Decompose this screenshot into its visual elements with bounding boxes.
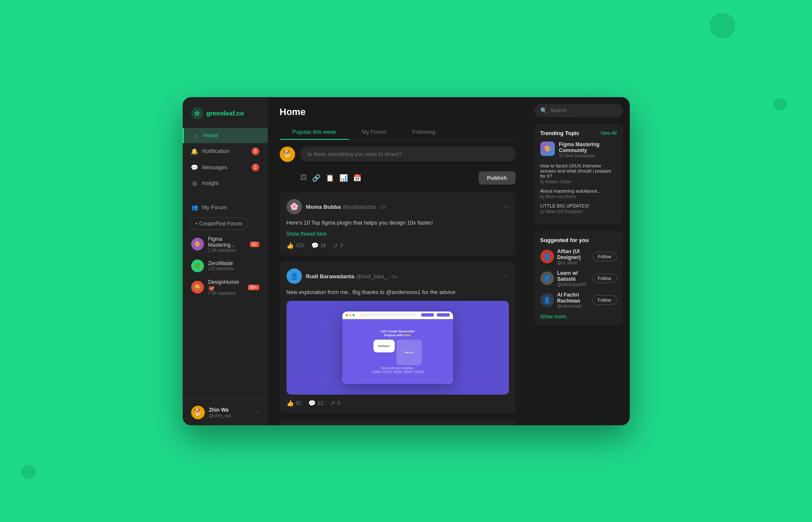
suggested-user-name: Al Fachri Rachman xyxy=(557,292,589,304)
suggested-user-item: 👤 Alfian (UI Designer) @ui_alfian Follow xyxy=(540,248,617,265)
comment-count: 12 xyxy=(318,400,323,406)
tabs-container: Popular this week My Forum Following xyxy=(280,124,516,140)
figma-forum-badge: 62 xyxy=(250,242,259,247)
publish-button[interactable]: Publish xyxy=(479,171,516,185)
calendar-icon[interactable]: 📅 xyxy=(353,174,362,182)
share-count: 0 xyxy=(337,400,340,406)
zerowaste-forum-avatar: 🌿 xyxy=(191,260,204,272)
tab-following[interactable]: Following xyxy=(399,124,448,139)
sidebar-item-home[interactable]: ⌂ Home xyxy=(183,128,268,143)
forum-item-designhumor[interactable]: 😂 DesignHumor 🐙 7.5K members 99+ xyxy=(183,276,268,299)
trending-sub-author: by Ardeko Statio xyxy=(540,179,617,184)
suggested-user-handle: @satozuppa90 xyxy=(557,282,589,287)
trending-sub-item[interactable]: About mastering autolayout.. by Bimo von… xyxy=(540,188,617,199)
follow-button[interactable]: Follow xyxy=(592,274,617,283)
designhumor-forum-members: 7.5K members xyxy=(208,291,244,296)
sidebar-messages-label: Messages xyxy=(202,164,227,170)
sidebar-navigation: ⌂ Home 🔔 Notification 8 💬 Messages 2 ◎ I… xyxy=(183,128,268,399)
forum-item-zerowaste[interactable]: 🌿 ZeroWaste 122 members xyxy=(183,256,268,276)
post-card: 🌸 Moma Bubba @bubbabubba · 15 minutes ⋯ … xyxy=(280,419,516,425)
like-count: 92 xyxy=(296,400,301,406)
page-title: Home xyxy=(280,107,516,118)
designhumor-forum-badge: 99+ xyxy=(248,285,259,290)
post-menu-button[interactable]: ⋯ xyxy=(501,202,509,211)
feed-area: 🐕 🖼 🔗 📋 📊 📅 Publish 🌸 Moma Bubb xyxy=(268,140,528,425)
search-input[interactable] xyxy=(551,107,617,113)
trending-sub-title: How to faced UI/UX interview session and… xyxy=(540,163,617,179)
zerowaste-forum-name: ZeroWaste xyxy=(208,260,259,266)
like-icon: 👍 xyxy=(287,400,294,407)
post-actions: 👍 420 💬 18 ↗ 0 xyxy=(287,242,509,249)
share-button[interactable]: ↗ 0 xyxy=(333,242,343,249)
chart-icon[interactable]: 📊 xyxy=(339,174,348,182)
create-forum-label: + Create/Find Forum xyxy=(195,221,242,227)
composer-input[interactable] xyxy=(300,147,516,162)
user-avatar: 🐕 xyxy=(191,406,205,419)
suggested-title: Suggested for you xyxy=(540,237,589,243)
post-card: 👤 Rudi Barawadanta @budi_bara_ · 2w ⋯ Ne… xyxy=(280,262,516,413)
forum-item-figma[interactable]: 🎨 Figma Mastering... 2.3K members 62 xyxy=(183,233,268,256)
comment-button[interactable]: 💬 18 xyxy=(311,242,326,249)
file-icon[interactable]: 📋 xyxy=(326,174,334,182)
mock-content: Let's Create SuccessfulProjects with Kab… xyxy=(342,319,453,384)
designhumor-forum-name: DesignHumor 🐙 xyxy=(208,279,244,291)
share-button[interactable]: ↗ 0 xyxy=(330,400,340,407)
follow-button[interactable]: Follow xyxy=(592,252,617,261)
trending-sub-title: About mastering autolayout.. xyxy=(540,188,617,193)
suggested-user-handle: @ui_alfian xyxy=(557,260,589,265)
messages-badge: 2 xyxy=(252,164,259,171)
zerowaste-forum-info: ZeroWaste 122 members xyxy=(208,260,259,271)
main-content: Home Popular this week My Forum Followin… xyxy=(268,97,528,425)
logo-text: greenleaf.co xyxy=(207,110,244,117)
trending-community-info: Figma Mastering Community 13 New Discuss… xyxy=(559,141,617,158)
show-thread-link[interactable]: Show thread here xyxy=(287,231,509,237)
like-button[interactable]: 👍 420 xyxy=(287,242,304,249)
right-sidebar: 🔍 Trending Topic View All 🎨 Figma Master… xyxy=(528,97,630,425)
notification-icon: 🔔 xyxy=(191,148,198,155)
mock-topbar xyxy=(342,311,453,319)
sidebar-insight-label: Insight xyxy=(202,180,218,186)
user-info: Zhin Wa @zhin_wa xyxy=(209,407,250,418)
sidebar-notification-label: Notification xyxy=(202,148,230,154)
link-icon[interactable]: 🔗 xyxy=(312,174,321,182)
my-forum-label: My Forum xyxy=(202,204,227,211)
messages-icon: 💬 xyxy=(191,164,198,171)
post-meta: Rudi Barawadanta @budi_bara_ · 2w xyxy=(306,272,497,280)
trending-sub-title: LITTLE BIG UPDATES! xyxy=(540,203,617,208)
suggested-user-info: Al Fachri Rachman @rahmanuid xyxy=(557,292,589,309)
post-author-handle: @budi_bara_ xyxy=(356,274,387,280)
sidebar-item-notification[interactable]: 🔔 Notification 8 xyxy=(183,143,268,159)
post-menu-button[interactable]: ⋯ xyxy=(501,271,509,281)
tab-popular[interactable]: Popular this week xyxy=(280,124,349,139)
tab-myforum[interactable]: My Forum xyxy=(349,124,399,139)
comment-button[interactable]: 💬 12 xyxy=(308,400,323,407)
logo-icon: ✿ xyxy=(191,107,203,119)
follow-button[interactable]: Follow xyxy=(592,295,617,305)
zerowaste-forum-members: 122 members xyxy=(208,266,259,271)
sidebar-item-messages[interactable]: 💬 Messages 2 xyxy=(183,159,268,176)
suggested-user-avatar: 👤 xyxy=(540,271,554,285)
post-time: · 2w xyxy=(389,274,397,279)
trending-top-item[interactable]: 🎨 Figma Mastering Community 13 New Discu… xyxy=(540,141,617,158)
suggested-user-name: Learn w/ Satoshi xyxy=(557,270,589,282)
show-more-button[interactable]: Show more... xyxy=(540,314,617,320)
view-all-button[interactable]: View All xyxy=(600,130,617,136)
trending-sub-item[interactable]: How to faced UI/UX interview session and… xyxy=(540,163,617,184)
suggested-user-item: 👤 Learn w/ Satoshi @satozuppa90 Follow xyxy=(540,270,617,287)
suggested-widget: Suggested for you 👤 Alfian (UI Designer)… xyxy=(534,231,623,326)
image-upload-icon[interactable]: 🖼 xyxy=(300,174,307,182)
search-icon: 🔍 xyxy=(540,107,547,114)
trending-sub-item[interactable]: LITTLE BIG UPDATES! by Alfian (UI Design… xyxy=(540,203,617,214)
comment-count: 18 xyxy=(321,242,326,248)
sidebar-home-label: Home xyxy=(204,132,218,138)
post-image: Let's Create SuccessfulProjects with Kab… xyxy=(287,301,509,395)
like-button[interactable]: 👍 92 xyxy=(287,400,301,407)
post-actions: 👍 92 💬 12 ↗ 0 xyxy=(287,400,509,407)
sidebar-item-insight[interactable]: ◎ Insight xyxy=(183,176,268,191)
create-find-forum-button[interactable]: + Create/Find Forum xyxy=(189,217,248,230)
trending-community-count: 13 New Discussion xyxy=(559,153,617,158)
suggested-user-handle: @rahmanuid xyxy=(557,304,589,309)
user-menu-button[interactable]: ··· xyxy=(253,409,259,416)
user-handle: @zhin_wa xyxy=(209,413,250,418)
suggested-user-avatar: 👤 xyxy=(540,293,554,307)
